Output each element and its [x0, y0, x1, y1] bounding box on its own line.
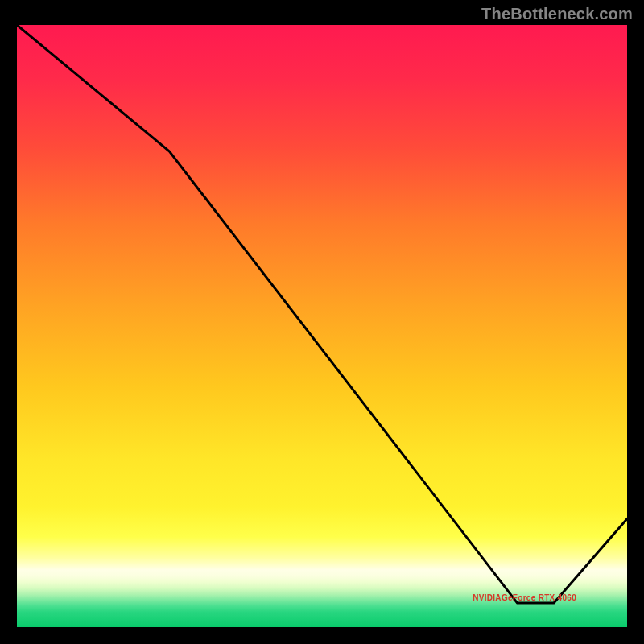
gpu-marker-label: NVIDIAGeForce RTX 4060 [473, 592, 576, 601]
chart-frame: TheBottleneck.com NVIDIAGeForce RTX 4060 [0, 0, 644, 644]
bottleneck-curve [17, 25, 627, 627]
plot-area: NVIDIAGeForce RTX 4060 [17, 25, 627, 627]
watermark-text: TheBottleneck.com [481, 5, 633, 23]
